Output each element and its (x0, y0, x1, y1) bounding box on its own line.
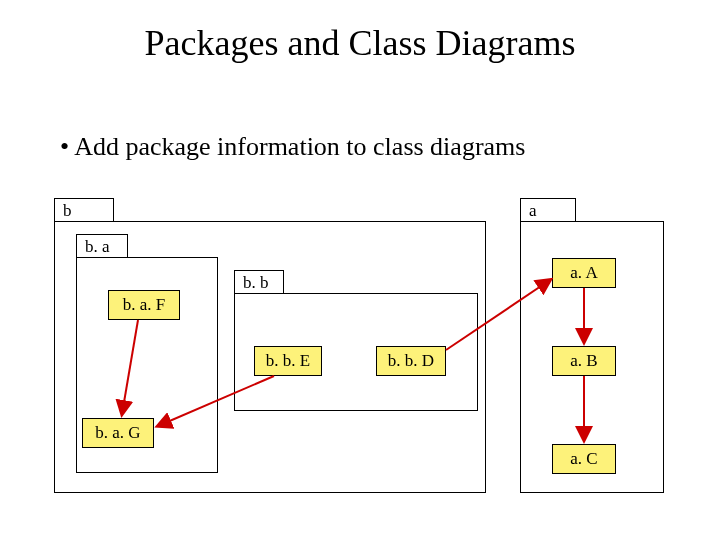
bullet-text: • Add package information to class diagr… (60, 132, 525, 162)
class-bbE: b. b. E (254, 346, 322, 376)
class-bbD: b. b. D (376, 346, 446, 376)
package-ba-tab: b. a (76, 234, 128, 258)
slide-title: Packages and Class Diagrams (0, 22, 720, 64)
class-aA: a. A (552, 258, 616, 288)
package-a-tab: a (520, 198, 576, 222)
package-bb: b. b (234, 270, 478, 412)
uml-diagram: b b. a b. b a b. a. F b. a. G b. b. E b.… (54, 198, 666, 498)
class-aB: a. B (552, 346, 616, 376)
class-baF: b. a. F (108, 290, 180, 320)
package-bb-tab: b. b (234, 270, 284, 294)
package-b-tab: b (54, 198, 114, 222)
class-baG: b. a. G (82, 418, 154, 448)
class-aC: a. C (552, 444, 616, 474)
